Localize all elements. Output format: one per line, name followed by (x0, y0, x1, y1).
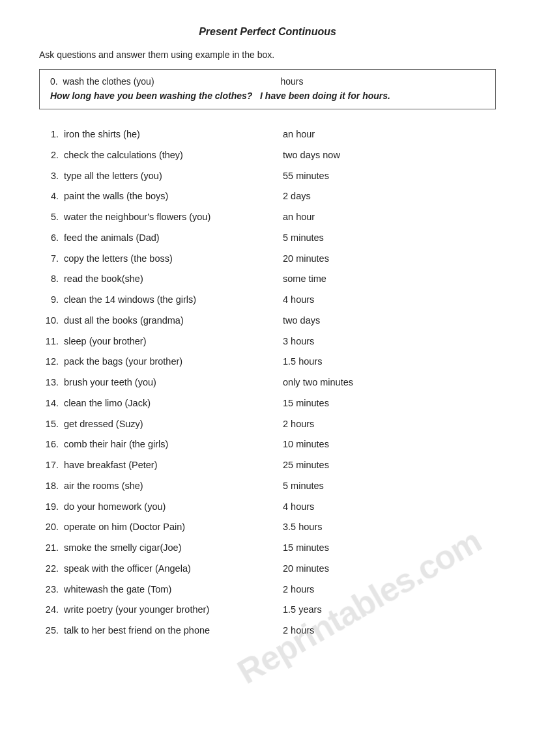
list-item: 18.air the rooms (she)5 minutes (39, 479, 496, 494)
list-item: 7.copy the letters (the boss)20 minutes (39, 252, 496, 266)
list-item: 15.get dressed (Suzy)2 hours (39, 417, 496, 432)
item-task: whitewash the gate (Tom) (61, 583, 270, 597)
item-time: 20 minutes (270, 562, 496, 576)
item-number: 6. (39, 231, 59, 245)
list-item: 23.whitewash the gate (Tom)2 hours (39, 583, 496, 597)
list-item: 12.pack the bags (your brother)1.5 hours (39, 355, 496, 369)
list-item: 8.read the book(she)some time (39, 272, 496, 287)
item-time: an hour (270, 210, 496, 225)
example-question: How long have you been washing the cloth… (50, 91, 252, 101)
example-task-text: wash the clothes (you) (63, 76, 154, 87)
item-task: get dressed (Suzy) (61, 417, 270, 432)
item-task: do your homework (you) (61, 500, 270, 514)
list-item: 10.dust all the books (grandma)two days (39, 314, 496, 328)
list-item: 25.talk to her best friend on the phone2… (39, 624, 496, 638)
example-answer-text: I have been doing it for hours. (260, 91, 390, 101)
item-number: 1. (39, 128, 59, 142)
item-task: check the calculations (they) (61, 148, 270, 163)
item-number: 18. (39, 479, 59, 494)
item-number: 14. (39, 397, 59, 411)
list-item: 20.operate on him (Doctor Pain)3.5 hours (39, 520, 496, 535)
item-task: feed the animals (Dad) (61, 231, 270, 245)
item-time: 15 minutes (270, 397, 496, 411)
item-task: have breakfast (Peter) (61, 458, 270, 473)
list-item: 17.have breakfast (Peter)25 minutes (39, 458, 496, 473)
list-item: 4.paint the walls (the boys)2 days (39, 189, 496, 204)
item-time: only two minutes (270, 376, 496, 390)
list-item: 24.write poetry (your younger brother)1.… (39, 603, 496, 617)
list-item: 14.clean the limo (Jack)15 minutes (39, 397, 496, 411)
item-task: clean the limo (Jack) (61, 397, 270, 411)
item-number: 15. (39, 417, 59, 432)
instructions: Ask questions and answer them using exam… (39, 49, 496, 60)
item-task: paint the walls (the boys) (61, 189, 270, 204)
list-item: 11.sleep (your brother)3 hours (39, 335, 496, 349)
list-item: 21.smoke the smelly cigar(Joe)15 minutes (39, 541, 496, 555)
item-time: 20 minutes (270, 252, 496, 266)
list-item: 1.iron the shirts (he)an hour (39, 128, 496, 142)
item-number: 24. (39, 603, 59, 617)
item-time: 1.5 years (270, 603, 496, 617)
item-time: 3.5 hours (270, 520, 496, 535)
item-time: 4 hours (270, 293, 496, 307)
item-time: 15 minutes (270, 541, 496, 555)
item-task: talk to her best friend on the phone (61, 624, 270, 638)
item-number: 21. (39, 541, 59, 555)
list-item: 9.clean the 14 windows (the girls)4 hour… (39, 293, 496, 307)
item-task: operate on him (Doctor Pain) (61, 520, 270, 535)
item-number: 17. (39, 458, 59, 473)
item-time: 5 minutes (270, 479, 496, 494)
example-number: 0. (50, 76, 58, 87)
item-task: type all the letters (you) (61, 169, 270, 184)
item-number: 2. (39, 148, 59, 163)
list-item: 19.do your homework (you)4 hours (39, 500, 496, 514)
item-number: 23. (39, 583, 59, 597)
item-time: 3 hours (270, 335, 496, 349)
item-number: 5. (39, 210, 59, 225)
item-task: air the rooms (she) (61, 479, 270, 494)
item-time: 2 hours (270, 624, 496, 638)
exercise-list: 1.iron the shirts (he)an hour2.check the… (39, 128, 496, 638)
item-task: sleep (your brother) (61, 335, 270, 349)
item-task: smoke the smelly cigar(Joe) (61, 541, 270, 555)
item-number: 9. (39, 293, 59, 307)
item-time: 5 minutes (270, 231, 496, 245)
item-task: iron the shirts (he) (61, 128, 270, 142)
item-time: 2 hours (270, 583, 496, 597)
item-number: 7. (39, 252, 59, 266)
item-task: write poetry (your younger brother) (61, 603, 270, 617)
item-time: 4 hours (270, 500, 496, 514)
list-item: 13.brush your teeth (you)only two minute… (39, 376, 496, 390)
item-number: 19. (39, 500, 59, 514)
item-number: 3. (39, 169, 59, 184)
item-number: 10. (39, 314, 59, 328)
item-task: clean the 14 windows (the girls) (61, 293, 270, 307)
item-time: 55 minutes (270, 169, 496, 184)
item-task: pack the bags (your brother) (61, 355, 270, 369)
list-item: 6.feed the animals (Dad)5 minutes (39, 231, 496, 245)
example-task-label: 0. wash the clothes (you) (50, 76, 255, 87)
item-time: two days (270, 314, 496, 328)
item-task: copy the letters (the boss) (61, 252, 270, 266)
list-item: 5.water the neighbour's flowers (you)an … (39, 210, 496, 225)
item-time: an hour (270, 128, 496, 142)
item-task: dust all the books (grandma) (61, 314, 270, 328)
item-time: 25 minutes (270, 458, 496, 473)
item-task: comb their hair (the girls) (61, 438, 270, 452)
item-number: 13. (39, 376, 59, 390)
item-task: water the neighbour's flowers (you) (61, 210, 270, 225)
item-time: 1.5 hours (270, 355, 496, 369)
item-number: 25. (39, 624, 59, 638)
item-time: 2 days (270, 189, 496, 204)
item-task: brush your teeth (you) (61, 376, 270, 390)
item-time: some time (270, 272, 496, 287)
item-time: 2 hours (270, 417, 496, 432)
item-number: 4. (39, 189, 59, 204)
item-number: 16. (39, 438, 59, 452)
list-item: 22.speak with the officer (Angela)20 min… (39, 562, 496, 576)
page-title: Present Perfect Continuous (39, 26, 496, 38)
list-item: 16.comb their hair (the girls)10 minutes (39, 438, 496, 452)
item-time: two days now (270, 148, 496, 163)
example-time-label: hours (281, 76, 485, 87)
item-number: 22. (39, 562, 59, 576)
